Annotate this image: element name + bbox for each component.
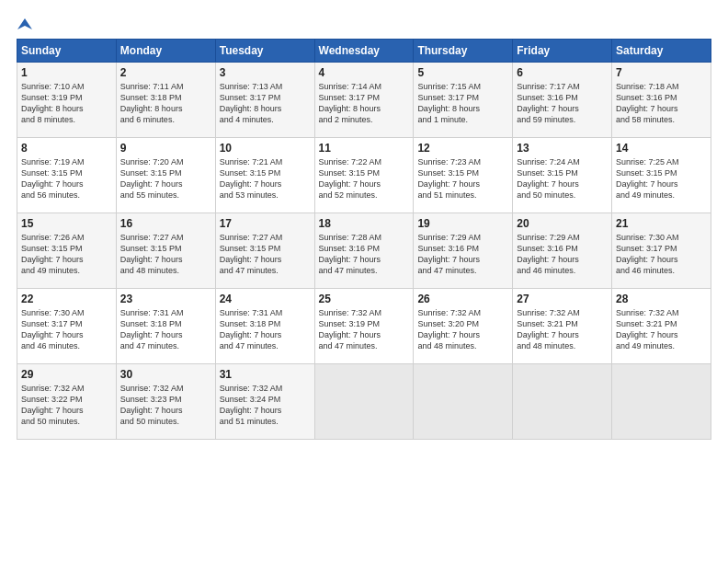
day-cell xyxy=(612,364,711,440)
logo-icon xyxy=(17,17,32,31)
day-info: Sunrise: 7:27 AM Sunset: 3:15 PM Dayligh… xyxy=(120,232,211,277)
day-cell: 2Sunrise: 7:11 AM Sunset: 3:18 PM Daylig… xyxy=(116,63,215,138)
day-cell: 15Sunrise: 7:26 AM Sunset: 3:15 PM Dayli… xyxy=(17,213,117,289)
col-header-tuesday: Tuesday xyxy=(215,40,314,63)
week-row-5: 29Sunrise: 7:32 AM Sunset: 3:22 PM Dayli… xyxy=(17,364,711,440)
col-header-monday: Monday xyxy=(116,40,215,63)
day-cell xyxy=(414,364,513,440)
day-cell xyxy=(513,364,612,440)
day-cell: 12Sunrise: 7:23 AM Sunset: 3:15 PM Dayli… xyxy=(414,138,513,213)
day-info: Sunrise: 7:32 AM Sunset: 3:24 PM Dayligh… xyxy=(220,383,311,428)
day-number: 6 xyxy=(517,66,608,79)
day-info: Sunrise: 7:26 AM Sunset: 3:15 PM Dayligh… xyxy=(21,232,112,277)
day-info: Sunrise: 7:31 AM Sunset: 3:18 PM Dayligh… xyxy=(220,307,311,352)
day-number: 25 xyxy=(319,293,410,305)
day-cell: 9Sunrise: 7:20 AM Sunset: 3:15 PM Daylig… xyxy=(116,138,215,213)
calendar-table: SundayMondayTuesdayWednesdayThursdayFrid… xyxy=(17,39,711,440)
day-number: 7 xyxy=(616,66,707,79)
day-info: Sunrise: 7:30 AM Sunset: 3:17 PM Dayligh… xyxy=(21,307,112,352)
day-number: 13 xyxy=(517,142,608,155)
day-cell: 14Sunrise: 7:25 AM Sunset: 3:15 PM Dayli… xyxy=(612,138,711,213)
day-cell: 30Sunrise: 7:32 AM Sunset: 3:23 PM Dayli… xyxy=(116,364,215,440)
day-info: Sunrise: 7:10 AM Sunset: 3:19 PM Dayligh… xyxy=(21,81,112,126)
day-number: 3 xyxy=(220,66,311,79)
day-number: 30 xyxy=(120,368,211,381)
day-number: 15 xyxy=(21,217,112,230)
header-row: SundayMondayTuesdayWednesdayThursdayFrid… xyxy=(17,40,711,63)
day-info: Sunrise: 7:20 AM Sunset: 3:15 PM Dayligh… xyxy=(120,156,211,201)
day-number: 28 xyxy=(616,293,707,305)
day-cell: 23Sunrise: 7:31 AM Sunset: 3:18 PM Dayli… xyxy=(116,289,215,364)
day-info: Sunrise: 7:21 AM Sunset: 3:15 PM Dayligh… xyxy=(220,156,311,201)
day-info: Sunrise: 7:19 AM Sunset: 3:15 PM Dayligh… xyxy=(21,156,112,201)
day-cell: 31Sunrise: 7:32 AM Sunset: 3:24 PM Dayli… xyxy=(215,364,314,440)
week-row-3: 15Sunrise: 7:26 AM Sunset: 3:15 PM Dayli… xyxy=(17,213,711,289)
day-cell: 21Sunrise: 7:30 AM Sunset: 3:17 PM Dayli… xyxy=(612,213,711,289)
day-info: Sunrise: 7:15 AM Sunset: 3:17 PM Dayligh… xyxy=(417,81,508,126)
day-cell: 27Sunrise: 7:32 AM Sunset: 3:21 PM Dayli… xyxy=(513,289,612,364)
day-number: 14 xyxy=(616,142,707,155)
day-number: 9 xyxy=(120,142,211,155)
col-header-saturday: Saturday xyxy=(612,40,711,63)
day-number: 2 xyxy=(120,66,211,79)
col-header-thursday: Thursday xyxy=(414,40,513,63)
day-number: 16 xyxy=(120,217,211,230)
day-number: 24 xyxy=(220,293,311,305)
day-cell: 8Sunrise: 7:19 AM Sunset: 3:15 PM Daylig… xyxy=(17,138,117,213)
day-cell: 7Sunrise: 7:18 AM Sunset: 3:16 PM Daylig… xyxy=(612,63,711,138)
day-number: 5 xyxy=(417,66,508,79)
day-info: Sunrise: 7:29 AM Sunset: 3:16 PM Dayligh… xyxy=(417,232,508,277)
day-cell: 25Sunrise: 7:32 AM Sunset: 3:19 PM Dayli… xyxy=(314,289,414,364)
day-info: Sunrise: 7:18 AM Sunset: 3:16 PM Dayligh… xyxy=(616,81,707,126)
header xyxy=(17,17,711,29)
week-row-2: 8Sunrise: 7:19 AM Sunset: 3:15 PM Daylig… xyxy=(17,138,711,213)
day-number: 26 xyxy=(417,293,508,305)
day-cell: 20Sunrise: 7:29 AM Sunset: 3:16 PM Dayli… xyxy=(513,213,612,289)
day-number: 12 xyxy=(417,142,508,155)
day-number: 11 xyxy=(319,142,410,155)
day-info: Sunrise: 7:32 AM Sunset: 3:21 PM Dayligh… xyxy=(616,307,707,352)
day-cell: 1Sunrise: 7:10 AM Sunset: 3:19 PM Daylig… xyxy=(17,63,117,138)
day-number: 4 xyxy=(319,66,410,79)
day-number: 27 xyxy=(517,293,608,305)
day-info: Sunrise: 7:24 AM Sunset: 3:15 PM Dayligh… xyxy=(517,156,608,201)
day-cell: 10Sunrise: 7:21 AM Sunset: 3:15 PM Dayli… xyxy=(215,138,314,213)
day-cell: 22Sunrise: 7:30 AM Sunset: 3:17 PM Dayli… xyxy=(17,289,117,364)
day-cell: 4Sunrise: 7:14 AM Sunset: 3:17 PM Daylig… xyxy=(314,63,414,138)
day-info: Sunrise: 7:32 AM Sunset: 3:19 PM Dayligh… xyxy=(319,307,410,352)
day-number: 22 xyxy=(21,293,112,305)
day-cell: 5Sunrise: 7:15 AM Sunset: 3:17 PM Daylig… xyxy=(414,63,513,138)
day-cell: 11Sunrise: 7:22 AM Sunset: 3:15 PM Dayli… xyxy=(314,138,414,213)
week-row-1: 1Sunrise: 7:10 AM Sunset: 3:19 PM Daylig… xyxy=(17,63,711,138)
day-number: 17 xyxy=(220,217,311,230)
day-info: Sunrise: 7:31 AM Sunset: 3:18 PM Dayligh… xyxy=(120,307,211,352)
day-cell: 3Sunrise: 7:13 AM Sunset: 3:17 PM Daylig… xyxy=(215,63,314,138)
svg-marker-0 xyxy=(17,18,32,29)
day-cell: 24Sunrise: 7:31 AM Sunset: 3:18 PM Dayli… xyxy=(215,289,314,364)
day-info: Sunrise: 7:27 AM Sunset: 3:15 PM Dayligh… xyxy=(220,232,311,277)
day-info: Sunrise: 7:30 AM Sunset: 3:17 PM Dayligh… xyxy=(616,232,707,277)
day-info: Sunrise: 7:13 AM Sunset: 3:17 PM Dayligh… xyxy=(220,81,311,126)
day-info: Sunrise: 7:29 AM Sunset: 3:16 PM Dayligh… xyxy=(517,232,608,277)
day-cell: 18Sunrise: 7:28 AM Sunset: 3:16 PM Dayli… xyxy=(314,213,414,289)
col-header-friday: Friday xyxy=(513,40,612,63)
day-info: Sunrise: 7:28 AM Sunset: 3:16 PM Dayligh… xyxy=(319,232,410,277)
logo xyxy=(17,17,32,29)
day-info: Sunrise: 7:22 AM Sunset: 3:15 PM Dayligh… xyxy=(319,156,410,201)
day-info: Sunrise: 7:32 AM Sunset: 3:23 PM Dayligh… xyxy=(120,383,211,428)
day-number: 1 xyxy=(21,66,112,79)
day-number: 20 xyxy=(517,217,608,230)
day-cell: 26Sunrise: 7:32 AM Sunset: 3:20 PM Dayli… xyxy=(414,289,513,364)
day-info: Sunrise: 7:11 AM Sunset: 3:18 PM Dayligh… xyxy=(120,81,211,126)
day-cell: 28Sunrise: 7:32 AM Sunset: 3:21 PM Dayli… xyxy=(612,289,711,364)
day-cell: 6Sunrise: 7:17 AM Sunset: 3:16 PM Daylig… xyxy=(513,63,612,138)
day-cell: 13Sunrise: 7:24 AM Sunset: 3:15 PM Dayli… xyxy=(513,138,612,213)
day-info: Sunrise: 7:32 AM Sunset: 3:22 PM Dayligh… xyxy=(21,383,112,428)
day-info: Sunrise: 7:14 AM Sunset: 3:17 PM Dayligh… xyxy=(319,81,410,126)
day-number: 29 xyxy=(21,368,112,381)
day-cell: 19Sunrise: 7:29 AM Sunset: 3:16 PM Dayli… xyxy=(414,213,513,289)
day-number: 19 xyxy=(417,217,508,230)
day-number: 23 xyxy=(120,293,211,305)
day-info: Sunrise: 7:17 AM Sunset: 3:16 PM Dayligh… xyxy=(517,81,608,126)
day-info: Sunrise: 7:25 AM Sunset: 3:15 PM Dayligh… xyxy=(616,156,707,201)
